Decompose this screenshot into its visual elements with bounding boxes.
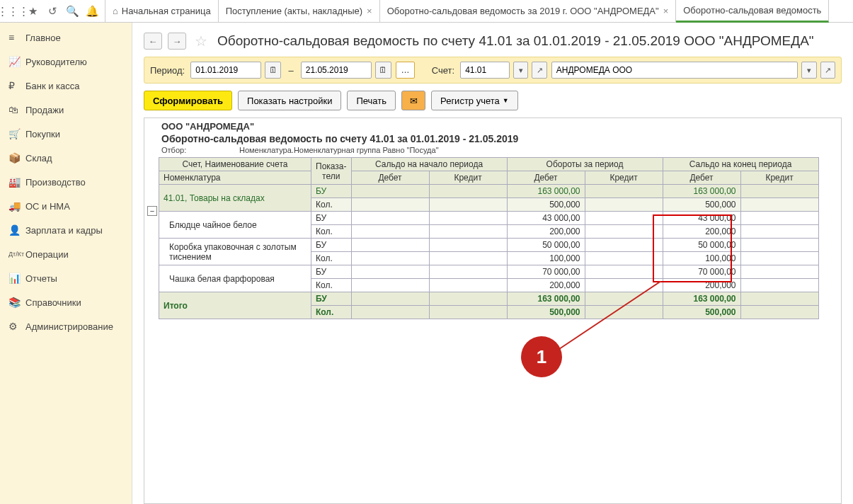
- register-button[interactable]: Регистр учета▼: [431, 91, 518, 110]
- cell: Кол.: [311, 252, 352, 265]
- show-settings-button[interactable]: Показать настройки: [238, 91, 341, 110]
- tab-osv-2019[interactable]: Оборотно-сальдовая ведомость за 2019 г. …: [380, 0, 677, 23]
- title-bar: ← → ☆ Оборотно-сальдовая ведомость по сч…: [132, 23, 853, 57]
- filter-text: Номенклатура.Номенклатурная группа Равно…: [239, 146, 439, 154]
- col-start: Сальдо на начало периода: [351, 158, 507, 171]
- tree-toggle-minus[interactable]: −: [147, 206, 157, 216]
- print-button[interactable]: Печать: [347, 91, 396, 110]
- top-toolbar: ⋮⋮⋮ ★ ↺ 🔍 🔔 ⌂Начальная страница Поступле…: [0, 0, 853, 23]
- sidebar-item-sales[interactable]: 🛍Продажи: [0, 98, 132, 122]
- col-end: Сальдо на конец периода: [663, 158, 818, 171]
- cell: 50 000,00: [663, 239, 740, 252]
- favorite-icon[interactable]: ☆: [195, 33, 207, 50]
- calendar-to-icon[interactable]: 🗓: [375, 62, 391, 79]
- history-icon[interactable]: ↺: [42, 1, 62, 21]
- group-row: 41.01, Товары на складах БУ 163 000,00 1…: [159, 185, 819, 198]
- cell: БУ: [311, 292, 352, 306]
- sidebar-item-label: Склад: [25, 153, 52, 164]
- sidebar-item-manager[interactable]: 📈Руководителю: [0, 50, 132, 74]
- account-open-icon[interactable]: ↗: [532, 62, 546, 79]
- cell: БУ: [311, 212, 352, 225]
- date-from-input[interactable]: [190, 62, 261, 79]
- cell: 43 000,00: [663, 212, 740, 225]
- cell: 163 000,00: [507, 185, 585, 198]
- dash: –: [288, 65, 293, 76]
- sidebar-item-label: Покупки: [25, 129, 60, 139]
- cell: 200,000: [663, 279, 740, 292]
- action-bar: Сформировать Показать настройки Печать ✉…: [132, 84, 853, 118]
- sidebar-item-directories[interactable]: 📚Справочники: [0, 290, 132, 314]
- cell: 500,000: [663, 306, 740, 319]
- cell: 70 000,00: [507, 265, 585, 279]
- form-button[interactable]: Сформировать: [144, 91, 232, 110]
- chart-icon: 📈: [8, 56, 25, 67]
- star-icon[interactable]: ★: [23, 1, 42, 21]
- cell: 43 000,00: [507, 212, 585, 225]
- close-icon[interactable]: ×: [367, 6, 372, 16]
- back-button[interactable]: ←: [144, 33, 162, 50]
- sidebar-item-label: Главное: [25, 33, 61, 43]
- item-name: Коробка упаковочная с золотым тиснением: [159, 239, 311, 265]
- box-icon: 📦: [8, 152, 25, 164]
- truck-icon: 🚚: [8, 200, 25, 212]
- col-indicator: Показа- тели: [311, 158, 352, 185]
- sidebar-item-label: Операции: [25, 249, 69, 260]
- home-icon: ⌂: [113, 6, 118, 16]
- col-turn: Обороты за период: [507, 158, 663, 171]
- email-button[interactable]: ✉: [401, 91, 425, 110]
- bag-icon: 🛍: [8, 104, 25, 115]
- sidebar-item-label: Справочники: [25, 297, 81, 308]
- filter-label: Отбор:: [161, 146, 239, 154]
- tab-receipt[interactable]: Поступление (акты, накладные)×: [219, 0, 380, 23]
- sidebar-item-bank[interactable]: ₽Банк и касса: [0, 74, 132, 98]
- date-to-input[interactable]: [301, 62, 372, 79]
- callout-circle: 1: [521, 336, 562, 377]
- callout-number: 1: [537, 346, 546, 368]
- sidebar-item-purchases[interactable]: 🛒Покупки: [0, 122, 132, 146]
- col-account: Счет, Наименование счета: [159, 158, 311, 171]
- sidebar-item-operations[interactable]: Дт/КтОперации: [0, 242, 132, 266]
- cell: БУ: [311, 185, 352, 198]
- sidebar-item-warehouse[interactable]: 📦Склад: [0, 146, 132, 170]
- org-dropdown-icon[interactable]: ▾: [801, 62, 816, 79]
- tab-home[interactable]: ⌂Начальная страница: [105, 0, 219, 23]
- period-bar: Период: 🗓 – 🗓 … Счет: ▾ ↗ ▾ ↗: [144, 57, 842, 84]
- period-dots-button[interactable]: …: [396, 62, 415, 79]
- sidebar-item-reports[interactable]: 📊Отчеты: [0, 266, 132, 290]
- account-input[interactable]: [460, 62, 510, 79]
- report-title: Оборотно-сальдовая ведомость по счету 41…: [161, 133, 824, 144]
- bell-icon[interactable]: 🔔: [82, 1, 102, 21]
- sidebar-item-admin[interactable]: ⚙Администрирование: [0, 314, 132, 338]
- chevron-down-icon: ▼: [503, 97, 509, 104]
- tab-osv[interactable]: Оборотно-сальдовая ведомость: [676, 0, 829, 23]
- tabs-bar: ⌂Начальная страница Поступление (акты, н…: [105, 0, 850, 23]
- report-area[interactable]: ООО "АНДРОМЕДА" Оборотно-сальдовая ведом…: [144, 118, 842, 504]
- ruble-icon: ₽: [8, 80, 25, 91]
- forward-button[interactable]: →: [168, 33, 186, 50]
- period-label: Период:: [150, 65, 185, 76]
- account-dropdown-icon[interactable]: ▾: [513, 62, 528, 79]
- sidebar-item-salary[interactable]: 👤Зарплата и кадры: [0, 218, 132, 242]
- org-input[interactable]: [551, 62, 798, 79]
- cell: Кол.: [311, 279, 352, 292]
- col-nomen: Номенклатура: [159, 171, 311, 185]
- item-name: Чашка белая фарфоровая: [159, 265, 311, 292]
- cell: 200,000: [507, 225, 585, 239]
- cell: 100,000: [663, 252, 740, 265]
- sidebar-item-assets[interactable]: 🚚ОС и НМА: [0, 194, 132, 218]
- books-icon: 📚: [8, 297, 25, 308]
- cell: 500,000: [663, 198, 740, 212]
- menu-icon: ≡: [8, 32, 25, 43]
- sidebar-item-label: ОС и НМА: [25, 201, 70, 212]
- calendar-from-icon[interactable]: 🗓: [265, 62, 281, 79]
- search-icon[interactable]: 🔍: [62, 1, 82, 21]
- sidebar-item-main[interactable]: ≡Главное: [0, 25, 132, 50]
- table-row: Коробка упаковочная с золотым тиснениемБ…: [159, 239, 819, 252]
- sidebar-item-production[interactable]: 🏭Производство: [0, 170, 132, 194]
- org-open-icon[interactable]: ↗: [820, 62, 835, 79]
- cell: 50 000,00: [507, 239, 585, 252]
- group-name: 41.01, Товары на складах: [159, 185, 311, 212]
- apps-icon[interactable]: ⋮⋮⋮: [3, 1, 23, 21]
- close-icon[interactable]: ×: [663, 6, 669, 16]
- sidebar-item-label: Производство: [25, 177, 86, 188]
